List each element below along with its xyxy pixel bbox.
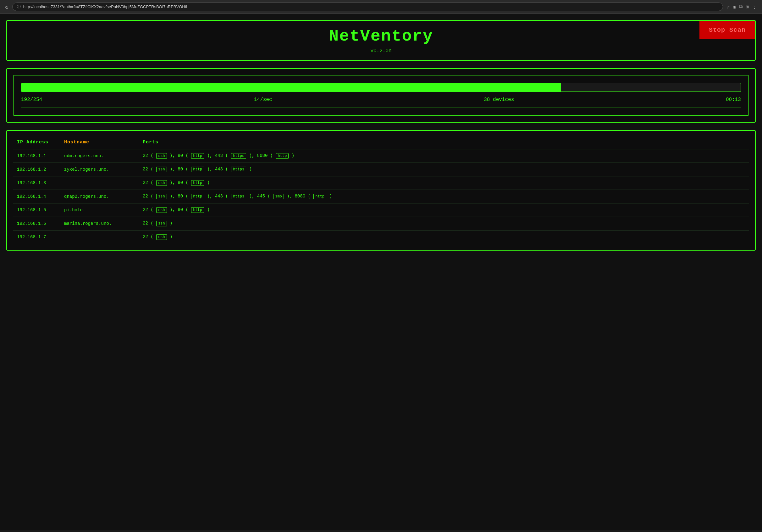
col-hostname-header: Hostname — [60, 137, 139, 149]
stop-scan-button[interactable]: Stop Scan — [700, 21, 755, 39]
port-close-paren: ) — [284, 194, 289, 199]
port-badge: https — [231, 153, 246, 159]
cell-ports: 22 ( ssh ), 80 ( http ), 443 ( https ) — [139, 163, 749, 176]
port-number: 22 ( — [143, 234, 156, 239]
cell-ip: 192.168.1.4 — [13, 190, 60, 203]
port-number: 443 ( — [215, 194, 231, 199]
port-badge: ssh — [156, 207, 167, 213]
port-number: 22 ( — [143, 167, 156, 172]
cell-hostname: udm.rogers.uno. — [60, 149, 139, 163]
url-text: http://localhost:7331/?auth=ftu8TZflClKX… — [23, 4, 189, 9]
scan-devices: 38 devices — [484, 97, 514, 103]
scan-stats: 192/254 14/sec 38 devices 00:13 — [21, 97, 741, 103]
table-row: 192.168.1.5pi.hole.22 ( ssh ), 80 ( http… — [13, 203, 749, 217]
port-close-paren: ) — [204, 180, 210, 185]
port-badge: http — [191, 207, 204, 213]
port-close-paren: ) — [327, 194, 332, 199]
port-badge: ssh — [156, 180, 167, 186]
cell-ip: 192.168.1.2 — [13, 163, 60, 176]
port-number: 80 ( — [178, 167, 191, 172]
profile-icon[interactable]: ◉ — [733, 4, 736, 10]
port-badge: ssh — [156, 167, 167, 172]
progress-container: SCANNING — [21, 83, 741, 92]
scan-progress: 192/254 — [21, 97, 42, 103]
port-badge: https — [231, 194, 246, 199]
cell-ip: 192.168.1.5 — [13, 203, 60, 217]
port-number: 80 ( — [178, 153, 191, 158]
port-number: 443 ( — [215, 167, 231, 172]
scanning-label: SCANNING — [369, 92, 393, 92]
port-number: 445 ( — [257, 194, 273, 199]
scan-divider — [21, 108, 741, 108]
port-badge: https — [231, 167, 246, 172]
table-row: 192.168.1.4qnap2.rogers.uno.22 ( ssh ), … — [13, 190, 749, 203]
port-close-paren: ) — [204, 207, 210, 212]
col-ports-header: Ports — [139, 137, 749, 149]
scan-rate: 14/sec — [254, 97, 272, 103]
scan-elapsed: 00:13 — [726, 97, 741, 103]
extensions-icon[interactable]: ⧉ — [739, 4, 742, 10]
cell-hostname: zyxel.rogers.uno. — [60, 163, 139, 176]
port-badge: http — [191, 194, 204, 199]
port-close-paren: ) — [167, 207, 173, 212]
port-number: 22 ( — [143, 180, 156, 185]
url-bar[interactable]: ⓘ http://localhost:7331/?auth=ftu8TZflCl… — [12, 3, 723, 11]
port-badge: ssh — [156, 194, 167, 199]
port-close-paren: ) — [204, 167, 210, 172]
cell-ip: 192.168.1.6 — [13, 217, 60, 230]
port-close-paren: ) — [204, 153, 210, 158]
puzzle-icon[interactable]: ⊞ — [746, 4, 749, 10]
port-badge: smb — [273, 194, 284, 199]
port-close-paren: ) — [167, 180, 173, 185]
port-badge: http — [191, 153, 204, 159]
port-badge: ssh — [156, 234, 167, 240]
cell-ports: 22 ( ssh ) — [139, 230, 749, 244]
browser-actions: ☆ ◉ ⧉ ⊞ ⋮ — [727, 4, 757, 10]
star-icon[interactable]: ☆ — [727, 4, 730, 10]
menu-icon[interactable]: ⋮ — [752, 4, 757, 10]
table-header-row: IP Address Hostname Ports — [13, 137, 749, 149]
header-panel: NetVentory v0.2.0n Stop Scan — [6, 20, 756, 61]
security-icon: ⓘ — [17, 4, 21, 9]
app-version: v0.2.0n — [13, 48, 749, 54]
col-ip-header: IP Address — [13, 137, 60, 149]
port-number: 8080 ( — [257, 153, 276, 158]
cell-hostname — [60, 230, 139, 244]
table-row: 192.168.1.2zyxel.rogers.uno.22 ( ssh ), … — [13, 163, 749, 176]
port-close-paren: ) — [247, 167, 252, 172]
port-close-paren: ) — [167, 194, 173, 199]
cell-hostname — [60, 176, 139, 190]
port-close-paren: ) — [289, 153, 294, 158]
cell-ip: 192.168.1.1 — [13, 149, 60, 163]
port-badge: http — [191, 180, 204, 186]
port-close-paren: ) — [247, 153, 252, 158]
refresh-icon[interactable]: ↻ — [5, 3, 9, 10]
cell-ports: 22 ( ssh ), 80 ( http ) — [139, 203, 749, 217]
cell-ip: 192.168.1.3 — [13, 176, 60, 190]
scan-panel: SCANNING 192/254 14/sec 38 devices 00:13 — [6, 68, 756, 122]
port-badge: http — [276, 153, 289, 159]
table-row: 192.168.1.1udm.rogers.uno.22 ( ssh ), 80… — [13, 149, 749, 163]
port-number: 8080 ( — [295, 194, 313, 199]
port-close-paren: ) — [167, 167, 173, 172]
table-row: 192.168.1.6marina.rogers.uno.22 ( ssh ) — [13, 217, 749, 230]
port-close-paren: ) — [167, 221, 173, 226]
port-number: 22 ( — [143, 153, 156, 158]
table-row: 192.168.1.322 ( ssh ), 80 ( http ) — [13, 176, 749, 190]
cell-ports: 22 ( ssh ), 80 ( http ) — [139, 176, 749, 190]
port-close-paren: ) — [204, 194, 210, 199]
port-close-paren: ) — [247, 194, 252, 199]
cell-ports: 22 ( ssh ), 80 ( http ), 443 ( https ), … — [139, 190, 749, 203]
port-close-paren: ) — [167, 153, 173, 158]
port-badge: http — [313, 194, 326, 199]
progress-bar-bg: SCANNING — [21, 83, 741, 92]
devices-table: IP Address Hostname Ports 192.168.1.1udm… — [13, 137, 749, 244]
table-body: 192.168.1.1udm.rogers.uno.22 ( ssh ), 80… — [13, 149, 749, 244]
port-number: 22 ( — [143, 221, 156, 226]
port-close-paren: ) — [167, 234, 173, 239]
cell-ports: 22 ( ssh ), 80 ( http ), 443 ( https ), … — [139, 149, 749, 163]
app-title: NetVentory — [13, 27, 749, 45]
cell-hostname: qnap2.rogers.uno. — [60, 190, 139, 203]
table-header: IP Address Hostname Ports — [13, 137, 749, 149]
scan-inner: SCANNING 192/254 14/sec 38 devices 00:13 — [13, 75, 749, 116]
